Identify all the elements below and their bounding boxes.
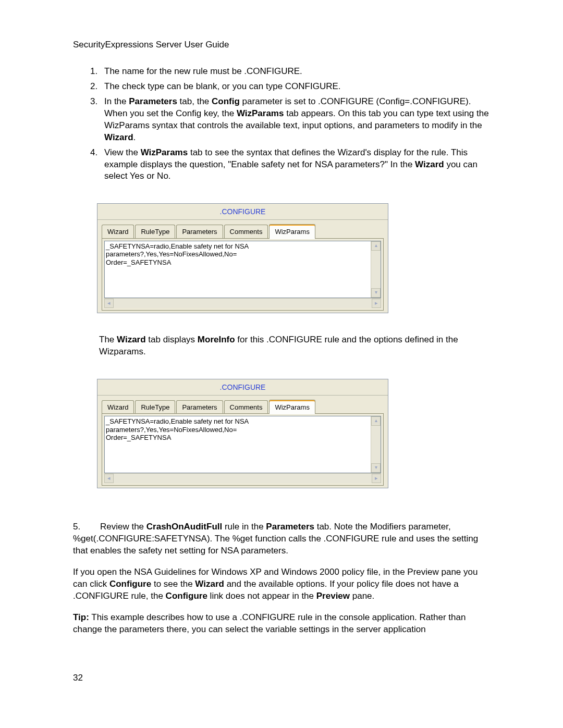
text: . — [133, 132, 136, 142]
tip-paragraph: Tip: This example describes how to use a… — [73, 612, 493, 636]
configure-dialog: .CONFIGURE Wizard RuleType Parameters Co… — [97, 203, 388, 313]
scroll-up-icon[interactable]: ▴ — [371, 241, 381, 251]
text-bold: Preview — [316, 591, 350, 601]
textarea-content: _SAFETYNSA=radio,Enable safety net for N… — [105, 241, 371, 298]
text-bold: CrashOnAuditFull — [146, 522, 222, 532]
text: link does not appear in the — [207, 591, 316, 601]
list-item: The name for the new rule must be .CONFI… — [100, 66, 493, 78]
scroll-up-icon[interactable]: ▴ — [371, 416, 381, 426]
text-bold: Configure — [166, 591, 207, 601]
tab-pane: _SAFETYNSA=radio,Enable safety net for N… — [102, 413, 384, 486]
tab-wizparams[interactable]: WizParams — [269, 224, 315, 238]
text: pane. — [350, 591, 374, 601]
tab-ruletype[interactable]: RuleType — [135, 400, 175, 414]
tab-comments[interactable]: Comments — [224, 400, 268, 414]
vertical-scrollbar[interactable]: ▴ ▾ — [371, 241, 381, 298]
text: The — [99, 335, 117, 344]
tab-parameters[interactable]: Parameters — [176, 225, 223, 238]
tab-row: Wizard RuleType Parameters Comments WizP… — [97, 396, 388, 414]
list-item: In the Parameters tab, the Config parame… — [100, 96, 493, 144]
text: tab, the — [177, 96, 212, 106]
dialog-title: .CONFIGURE — [97, 204, 388, 220]
text-bold: Wizard — [195, 579, 224, 589]
text: This example describes how to use a .CON… — [73, 612, 466, 634]
preview-paragraph: If you open the NSA Guidelines for Windo… — [73, 566, 493, 602]
text: tab displays — [146, 335, 198, 344]
vertical-scrollbar[interactable]: ▴ ▾ — [371, 416, 381, 473]
text-bold: Configure — [109, 579, 151, 589]
tab-pane: _SAFETYNSA=radio,Enable safety net for N… — [102, 238, 384, 311]
tab-parameters[interactable]: Parameters — [176, 400, 223, 414]
tab-wizard[interactable]: Wizard — [102, 400, 134, 414]
scroll-down-icon[interactable]: ▾ — [371, 288, 381, 298]
step-5-paragraph: 5. Review the CrashOnAuditFull rule in t… — [73, 509, 493, 557]
text: In the — [104, 96, 129, 106]
text: View the — [104, 147, 141, 157]
horizontal-scrollbar[interactable]: ◂ ▸ — [104, 298, 381, 308]
text-bold: Config — [212, 96, 240, 106]
tab-comments[interactable]: Comments — [224, 225, 268, 238]
text-bold: Parameters — [129, 96, 177, 106]
configure-dialog: .CONFIGURE Wizard RuleType Parameters Co… — [97, 379, 388, 488]
text-bold: MoreInfo — [198, 335, 235, 344]
page-number: 32 — [73, 672, 493, 684]
scroll-down-icon[interactable]: ▾ — [371, 463, 381, 473]
text: to see the — [151, 579, 195, 589]
text: 5. Review the — [73, 522, 146, 532]
text: rule in the — [222, 522, 266, 532]
tab-ruletype[interactable]: RuleType — [135, 225, 175, 238]
text-bold: Parameters — [266, 522, 314, 532]
tab-wizard[interactable]: Wizard — [102, 225, 134, 238]
scroll-right-icon[interactable]: ▸ — [372, 299, 381, 308]
wizparams-textarea[interactable]: _SAFETYNSA=radio,Enable safety net for N… — [104, 241, 381, 298]
text-bold: WizParams — [237, 108, 284, 118]
scroll-left-icon[interactable]: ◂ — [104, 299, 114, 308]
list-item: The check type can be blank, or you can … — [100, 81, 493, 93]
dialog-title: .CONFIGURE — [97, 379, 388, 396]
text-bold: WizParams — [141, 147, 188, 157]
middle-paragraph: The Wizard tab displays MoreInfo for thi… — [99, 334, 487, 358]
scroll-right-icon[interactable]: ▸ — [372, 474, 381, 483]
text-bold: Wizard — [117, 335, 146, 344]
horizontal-scrollbar[interactable]: ◂ ▸ — [104, 473, 381, 483]
scroll-left-icon[interactable]: ◂ — [104, 474, 114, 483]
steps-list: The name for the new rule must be .CONFI… — [73, 66, 493, 182]
document-page: SecurityExpressions Server User Guide Th… — [0, 0, 563, 715]
page-header: SecurityExpressions Server User Guide — [73, 39, 493, 51]
tab-row: Wizard RuleType Parameters Comments WizP… — [97, 220, 388, 238]
text-bold: Tip: — [73, 612, 89, 622]
text-bold: Wizard — [415, 159, 444, 169]
textarea-content: _SAFETYNSA=radio,Enable safety net for N… — [105, 416, 371, 473]
tab-wizparams[interactable]: WizParams — [269, 400, 315, 414]
text-bold: Wizard — [104, 132, 133, 142]
list-item: View the WizParams tab to see the syntax… — [100, 147, 493, 183]
wizparams-textarea[interactable]: _SAFETYNSA=radio,Enable safety net for N… — [104, 416, 381, 473]
